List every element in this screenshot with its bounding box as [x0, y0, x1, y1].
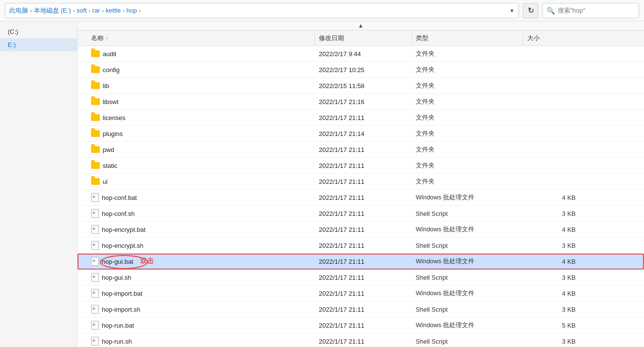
- folder-icon: [91, 114, 100, 121]
- table-row[interactable]: hop-encrypt.bat2022/1/17 21:11Windows 批处…: [78, 222, 644, 238]
- sort-up-arrow[interactable]: ▲: [358, 22, 364, 29]
- table-row[interactable]: audit2022/2/17 9:44文件夹: [78, 46, 644, 62]
- folder-icon: [91, 50, 100, 57]
- table-row[interactable]: hop-import.bat2022/1/17 21:11Windows 批处理…: [78, 286, 644, 302]
- script-icon: [91, 337, 99, 346]
- file-name-cell: hop-encrypt.bat: [87, 222, 315, 237]
- file-name-cell: config: [87, 62, 315, 77]
- file-name: hop-conf.sh: [102, 210, 135, 217]
- script-icon: [91, 209, 99, 218]
- file-type: Windows 批处理文件: [412, 317, 523, 333]
- file-type: Shell Script: [412, 238, 523, 253]
- folder-icon: [91, 66, 100, 73]
- file-type: 文件夹: [412, 174, 523, 189]
- file-modified: 2022/1/17 21:11: [315, 222, 412, 237]
- script-icon: [91, 305, 99, 314]
- sep2: ›: [73, 8, 75, 14]
- file-modified: 2022/1/17 21:14: [315, 126, 412, 141]
- search-box[interactable]: 🔍: [542, 3, 639, 18]
- table-row[interactable]: hop-gui.sh2022/1/17 21:11Shell Script3 K…: [78, 270, 644, 286]
- table-row[interactable]: hop-run.sh2022/1/17 21:11Shell Script3 K…: [78, 333, 644, 347]
- file-size: [523, 174, 581, 189]
- file-name: licenses: [103, 114, 126, 121]
- table-row[interactable]: hop-encrypt.sh2022/1/17 21:11Shell Scrip…: [78, 238, 644, 254]
- sort-arrow-name: ↑: [106, 36, 108, 41]
- refresh-button[interactable]: ↻: [523, 3, 538, 18]
- address-bar: 此电脑 › 本地磁盘 (E:) › soft › rar › kettle › …: [0, 0, 644, 21]
- table-row[interactable]: hop-run.bat2022/1/17 21:11Windows 批处理文件5…: [78, 317, 644, 333]
- file-name-cell: audit: [87, 46, 315, 61]
- file-type: Windows 批处理文件: [412, 286, 523, 301]
- script-icon: [91, 193, 99, 202]
- table-row[interactable]: hop-import.sh2022/1/17 21:11Shell Script…: [78, 302, 644, 317]
- file-name: hop-gui.sh: [102, 274, 131, 281]
- file-area: ▲ 名称 ↑ 修改日期 类型 大小 audit2022/2/17 9:44文件夹…: [78, 21, 644, 347]
- file-modified: 2022/2/17 10:25: [315, 62, 412, 77]
- table-row[interactable]: pwd2022/1/17 21:11文件夹: [78, 142, 644, 158]
- file-name-cell: hop-gui.bat双击: [87, 254, 315, 269]
- breadcrumb[interactable]: 此电脑 › 本地磁盘 (E:) › soft › rar › kettle › …: [5, 3, 519, 18]
- breadcrumb-item-disk[interactable]: 本地磁盘 (E:): [34, 6, 71, 15]
- file-size: [523, 110, 581, 125]
- file-type: Windows 批处理文件: [412, 254, 523, 269]
- file-name: ui: [103, 178, 108, 185]
- sep5: ›: [123, 8, 125, 14]
- col-modified[interactable]: 修改日期: [315, 30, 412, 46]
- breadcrumb-dropdown[interactable]: ▼: [509, 8, 515, 14]
- file-type: Windows 批处理文件: [412, 190, 523, 205]
- col-name[interactable]: 名称 ↑: [87, 30, 315, 46]
- table-row[interactable]: ui2022/1/17 21:11文件夹: [78, 174, 644, 190]
- file-name: pwd: [103, 146, 114, 153]
- folder-icon: [91, 82, 100, 89]
- table-row[interactable]: licenses2022/1/17 21:11文件夹: [78, 110, 644, 126]
- file-name-cell: hop-encrypt.sh: [87, 238, 315, 253]
- file-name: hop-encrypt.sh: [102, 242, 143, 249]
- breadcrumb-item-kettle[interactable]: kettle: [106, 7, 121, 14]
- file-size: 4 KB: [523, 254, 581, 269]
- col-type[interactable]: 类型: [412, 30, 523, 46]
- file-modified: 2022/2/15 11:58: [315, 78, 412, 93]
- file-name-cell: hop-import.bat: [87, 286, 315, 301]
- folder-icon: [91, 178, 100, 185]
- file-list: audit2022/2/17 9:44文件夹config2022/2/17 10…: [78, 46, 644, 347]
- file-name-cell: static: [87, 158, 315, 173]
- table-row[interactable]: libswt2022/1/17 21:16文件夹: [78, 94, 644, 110]
- main-layout: (C:) E:) ▲ 名称 ↑ 修改日期 类型 大小: [0, 21, 644, 347]
- sidebar-item-e[interactable]: E:): [0, 38, 77, 51]
- breadcrumb-item-hop[interactable]: hop: [126, 7, 137, 14]
- file-size: 3 KB: [523, 333, 581, 347]
- table-row[interactable]: config2022/2/17 10:25文件夹: [78, 62, 644, 78]
- table-row[interactable]: static2022/1/17 21:11文件夹: [78, 158, 644, 174]
- folder-icon: [91, 146, 100, 153]
- file-modified: 2022/1/17 21:11: [315, 206, 412, 221]
- table-row[interactable]: plugins2022/1/17 21:14文件夹: [78, 126, 644, 142]
- file-name: hop-run.bat: [102, 322, 134, 329]
- search-input[interactable]: [558, 7, 630, 14]
- script-icon: [91, 257, 99, 266]
- file-name-cell: lib: [87, 78, 315, 93]
- folder-icon: [91, 98, 100, 105]
- breadcrumb-item-pc[interactable]: 此电脑: [9, 6, 28, 15]
- file-size: 3 KB: [523, 238, 581, 253]
- table-row[interactable]: lib2022/2/15 11:58文件夹: [78, 78, 644, 94]
- file-name-cell: libswt: [87, 94, 315, 109]
- breadcrumb-item-rar[interactable]: rar: [93, 7, 100, 14]
- file-modified: 2022/1/17 21:11: [315, 270, 412, 285]
- column-headers: 名称 ↑ 修改日期 类型 大小: [78, 30, 644, 46]
- table-row[interactable]: hop-conf.sh2022/1/17 21:11Shell Script3 …: [78, 206, 644, 222]
- sidebar-item-c[interactable]: (C:): [0, 25, 77, 38]
- file-name: config: [103, 66, 120, 74]
- file-name-cell: ui: [87, 174, 315, 189]
- file-size: 4 KB: [523, 286, 581, 301]
- file-size: 3 KB: [523, 270, 581, 285]
- breadcrumb-item-soft[interactable]: soft: [77, 7, 87, 14]
- table-row[interactable]: hop-conf.bat2022/1/17 21:11Windows 批处理文件…: [78, 190, 644, 206]
- file-type: 文件夹: [412, 94, 523, 109]
- file-size: [523, 94, 581, 109]
- table-row[interactable]: hop-gui.bat双击2022/1/17 21:11Windows 批处理文…: [78, 254, 644, 270]
- file-modified: 2022/1/17 21:11: [315, 110, 412, 125]
- file-modified: 2022/1/17 21:11: [315, 286, 412, 301]
- file-name-cell: plugins: [87, 126, 315, 141]
- file-name-cell: hop-conf.bat: [87, 190, 315, 205]
- col-size[interactable]: 大小: [523, 30, 581, 46]
